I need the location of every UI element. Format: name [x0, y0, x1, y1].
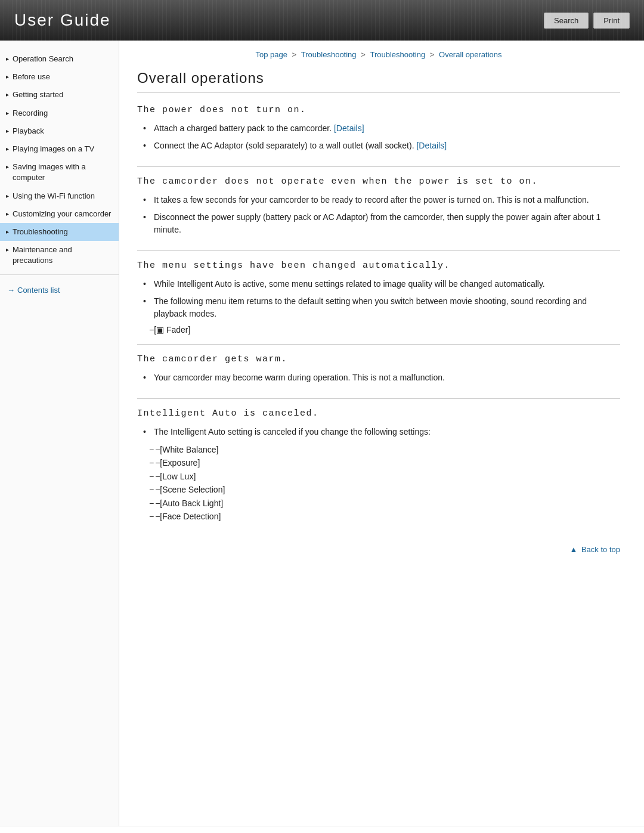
bullet-item: Your camcorder may become warm during op…	[143, 371, 620, 384]
back-to-top-icon: ▲	[569, 545, 577, 554]
sidebar-arrow-icon: ▸	[6, 109, 9, 117]
section-title-operate: The camcorder does not operate even when…	[137, 176, 620, 187]
sidebar-item-8[interactable]: ▸Customizing your camcorder	[0, 205, 119, 223]
main-content: Top page > Troubleshooting > Troubleshoo…	[119, 41, 644, 826]
sidebar-arrow-icon: ▸	[6, 228, 9, 236]
search-button[interactable]: Search	[544, 13, 589, 29]
sidebar-label: Maintenance and precautions	[13, 244, 112, 266]
breadcrumb: Top page > Troubleshooting > Troubleshoo…	[137, 50, 620, 59]
page-title: Overall operations	[137, 70, 620, 93]
breadcrumb-overall[interactable]: Overall operations	[439, 50, 502, 59]
section-title-warm: The camcorder gets warm.	[137, 354, 620, 364]
indent-item: −[Auto Back Light]	[149, 497, 620, 510]
breadcrumb-troubleshooting2[interactable]: Troubleshooting	[370, 50, 425, 59]
sidebar-item-9[interactable]: ▸Troubleshooting	[0, 223, 119, 241]
sidebar-item-1[interactable]: ▸Before use	[0, 68, 119, 86]
bullet-item: Connect the AC Adaptor (sold separately)…	[143, 140, 620, 152]
contents-list-link[interactable]: → Contents list	[0, 280, 119, 301]
sidebar-item-2[interactable]: ▸Getting started	[0, 86, 119, 104]
indent-item: −[Face Detection]	[149, 510, 620, 523]
sidebar-item-5[interactable]: ▸Playing images on a TV	[0, 140, 119, 158]
sidebar-label: Playing images on a TV	[13, 144, 112, 154]
sidebar-item-4[interactable]: ▸Playback	[0, 122, 119, 140]
section-title-auto: Intelligent Auto is canceled.	[137, 408, 620, 419]
print-button[interactable]: Print	[593, 13, 630, 29]
sidebar-item-6[interactable]: ▸Saving images with a computer	[0, 158, 119, 187]
fader-line: −[▣ Fader]	[137, 325, 620, 335]
section-menu: The menu settings have been changed auto…	[137, 261, 620, 345]
bullet-item: The Intelligent Auto setting is canceled…	[143, 426, 620, 438]
sidebar-arrow-icon: ▸	[6, 246, 9, 254]
sidebar-label: Customizing your camcorder	[13, 209, 112, 219]
sidebar-label: Recording	[13, 108, 112, 119]
bullet-item: While Intelligent Auto is active, some m…	[143, 278, 620, 290]
sidebar-label: Operation Search	[13, 54, 112, 64]
sidebar-divider	[0, 274, 119, 275]
sidebar-arrow-icon: ▸	[6, 55, 9, 63]
indent-item: −[Exposure]	[149, 456, 620, 469]
indent-item: −[White Balance]	[149, 443, 620, 456]
bullet-list-warm: Your camcorder may become warm during op…	[137, 371, 620, 384]
bullet-item: Disconnect the power supply (battery pac…	[143, 211, 620, 236]
layout: ▸Operation Search▸Before use▸Getting sta…	[0, 41, 644, 826]
bullet-list-menu: While Intelligent Auto is active, some m…	[137, 278, 620, 320]
back-to-top-label: Back to top	[581, 545, 620, 554]
bullet-item: The following menu item returns to the d…	[143, 295, 620, 320]
header: User Guide Search Print	[0, 0, 644, 41]
sidebar-arrow-icon: ▸	[6, 163, 9, 171]
section-operate: The camcorder does not operate even when…	[137, 176, 620, 251]
contents-list-label: Contents list	[17, 286, 60, 295]
footer: Copyright 2013 Sony Corporation	[0, 826, 644, 833]
back-to-top-link[interactable]: ▲ Back to top	[569, 545, 620, 554]
sidebar-label: Playback	[13, 126, 112, 137]
sidebar-arrow-icon: ▸	[6, 145, 9, 153]
bullet-list-operate: It takes a few seconds for your camcorde…	[137, 194, 620, 236]
app-title: User Guide	[14, 11, 111, 30]
header-buttons: Search Print	[544, 13, 630, 29]
bullet-link[interactable]: [Details]	[416, 141, 447, 150]
sidebar-label: Using the Wi-Fi function	[13, 191, 112, 202]
section-power: The power does not turn on.Attach a char…	[137, 105, 620, 167]
section-title-menu: The menu settings have been changed auto…	[137, 261, 620, 271]
section-auto: Intelligent Auto is canceled.The Intelli…	[137, 408, 620, 532]
sidebar-label: Saving images with a computer	[13, 162, 112, 183]
back-to-top-row: ▲ Back to top	[137, 544, 620, 554]
sidebar-item-7[interactable]: ▸Using the Wi-Fi function	[0, 187, 119, 205]
section-warm: The camcorder gets warm.Your camcorder m…	[137, 354, 620, 399]
sidebar-arrow-icon: ▸	[6, 73, 9, 81]
arrow-right-icon: →	[7, 286, 15, 295]
sidebar-arrow-icon: ▸	[6, 210, 9, 218]
bullet-item: Attach a charged battery pack to the cam…	[143, 122, 620, 135]
bullet-list-auto: The Intelligent Auto setting is canceled…	[137, 426, 620, 438]
sidebar-label: Before use	[13, 72, 112, 82]
bullet-link[interactable]: [Details]	[334, 123, 364, 133]
sidebar: ▸Operation Search▸Before use▸Getting sta…	[0, 41, 119, 826]
sidebar-label: Getting started	[13, 89, 112, 100]
sidebar-arrow-icon: ▸	[6, 192, 9, 200]
sidebar-item-0[interactable]: ▸Operation Search	[0, 50, 119, 68]
sidebar-item-3[interactable]: ▸Recording	[0, 104, 119, 122]
bullet-item: It takes a few seconds for your camcorde…	[143, 194, 620, 206]
sidebar-label: Troubleshooting	[13, 227, 112, 237]
indent-item: −[Low Lux]	[149, 470, 620, 483]
indent-item: −[Scene Selection]	[149, 483, 620, 496]
sidebar-arrow-icon: ▸	[6, 91, 9, 99]
sidebar-arrow-icon: ▸	[6, 127, 9, 135]
breadcrumb-troubleshooting1[interactable]: Troubleshooting	[301, 50, 357, 59]
indent-list: −[White Balance]−[Exposure]−[Low Lux]−[S…	[137, 443, 620, 523]
bullet-list-power: Attach a charged battery pack to the cam…	[137, 122, 620, 152]
section-title-power: The power does not turn on.	[137, 105, 620, 115]
breadcrumb-top[interactable]: Top page	[255, 50, 287, 59]
sidebar-item-10[interactable]: ▸Maintenance and precautions	[0, 241, 119, 270]
